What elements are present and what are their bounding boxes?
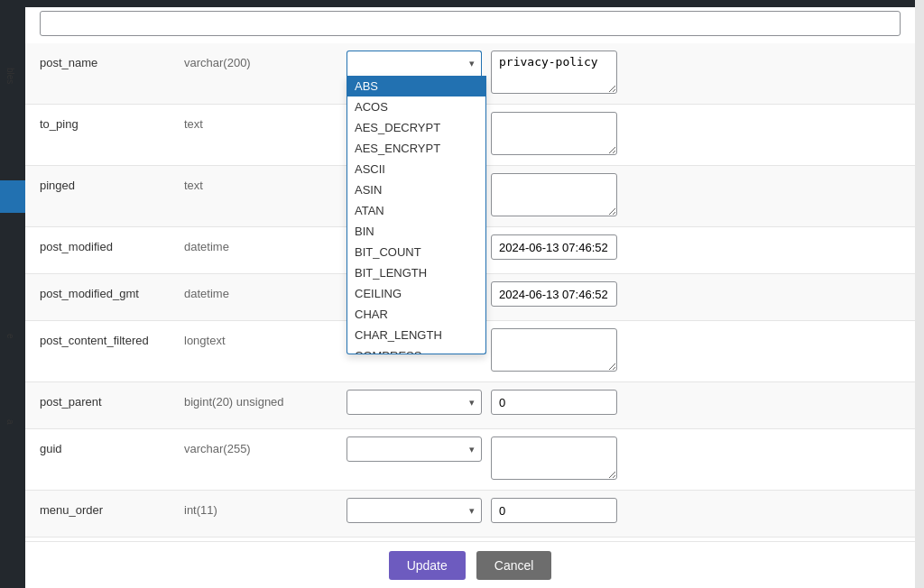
sidebar-label-e: e [5,334,15,339]
function-select-post-parent[interactable] [346,390,482,415]
col-name-post-parent: post_parent [40,390,184,409]
col-value-to-ping [491,112,901,158]
col-value-post-parent [491,390,901,415]
function-select-menu-order[interactable] [346,498,482,523]
dropdown-item-aes-decrypt[interactable]: AES_DECRYPT [347,117,485,138]
col-name-post-name: post_name [40,51,184,69]
value-input-to-ping[interactable] [491,112,617,155]
col-name-guid: guid [40,436,184,455]
col-type-post-parent: bigint(20) unsigned [184,390,346,409]
sidebar-strip [0,0,25,588]
dropdown-item-char[interactable]: CHAR [347,304,485,325]
dropdown-item-abs[interactable]: ABS [347,76,485,96]
col-type-post-content-filtered: longtext [184,328,346,347]
dropdown-item-acos[interactable]: ACOS [347,96,485,117]
col-name-to-ping: to_ping [40,112,184,131]
dropdown-item-ceiling[interactable]: CEILING [347,283,485,304]
dropdown-item-bin[interactable]: BIN [347,221,485,242]
dropdown-item-ascii[interactable]: ASCII [347,159,485,179]
col-name-post-content-filtered: post_content_filtered [40,328,184,347]
value-input-post-content-filtered[interactable] [491,328,617,372]
col-name-pinged: pinged [40,173,184,192]
right-strip [915,0,924,588]
col-name-post-modified-gmt: post_modified_gmt [40,281,184,300]
function-select-post-name[interactable] [346,51,482,76]
col-type-menu-order: int(11) [184,498,346,517]
col-name-menu-order: menu_order [40,498,184,517]
dropdown-item-asin[interactable]: ASIN [347,179,485,200]
value-input-post-modified-gmt[interactable] [491,281,617,307]
dropdown-item-char-length[interactable]: CHAR_LENGTH [347,325,485,345]
col-function-guid [346,436,491,462]
col-name-post-modified: post_modified [40,234,184,253]
dropdown-item-aes-encrypt[interactable]: AES_ENCRYPT [347,138,485,159]
value-input-post-name[interactable]: privacy-policy [491,51,617,94]
cancel-button[interactable]: Cancel [476,551,552,580]
col-type-post-modified-gmt: datetime [184,281,346,300]
function-select-wrapper-menu-order [346,498,482,523]
footer-buttons: Update Cancel [25,541,915,588]
main-content: post_name varchar(200) ABS ACOS AES_DECR… [25,0,915,588]
value-input-post-modified[interactable] [491,234,617,260]
value-input-menu-order[interactable] [491,498,617,523]
sidebar-label-a: a [5,419,15,425]
dropdown-item-bit-count[interactable]: BIT_COUNT [347,242,485,262]
top-input[interactable] [40,11,901,36]
col-value-post-modified-gmt [491,281,901,307]
value-input-guid[interactable] [491,436,617,480]
dropdown-item-atan[interactable]: ATAN [347,200,485,221]
function-select-wrapper-guid [346,436,482,462]
table-row-post-name: post_name varchar(200) ABS ACOS AES_DECR… [25,43,915,105]
page-wrapper: bles e a KB post_name varchar(200) [0,0,924,588]
function-dropdown-post-name: ABS ACOS AES_DECRYPT AES_ENCRYPT ASCII A… [346,76,486,354]
dropdown-item-bit-length[interactable]: BIT_LENGTH [347,262,485,283]
function-select-wrapper-post-parent [346,390,482,415]
col-value-guid [491,436,901,482]
content-scroll[interactable]: post_name varchar(200) ABS ACOS AES_DECR… [25,43,915,584]
col-function-post-parent [346,390,491,415]
col-value-post-modified [491,234,901,260]
col-value-post-content-filtered [491,328,901,374]
col-type-to-ping: text [184,112,346,131]
function-select-wrapper-post-name: ABS ACOS AES_DECRYPT AES_ENCRYPT ASCII A… [346,51,482,76]
sidebar-label-bles: bles [5,68,15,84]
table-row-post-parent: post_parent bigint(20) unsigned [25,382,915,429]
col-type-guid: varchar(255) [184,436,346,455]
dropdown-scroll[interactable]: ABS ACOS AES_DECRYPT AES_ENCRYPT ASCII A… [347,76,485,354]
col-type-post-name: varchar(200) [184,51,346,69]
col-function-post-name: ABS ACOS AES_DECRYPT AES_ENCRYPT ASCII A… [346,51,491,76]
dropdown-item-compress[interactable]: COMPRESS [347,345,485,354]
top-input-row [25,7,915,43]
function-select-guid[interactable] [346,436,482,462]
update-button[interactable]: Update [389,551,466,580]
table-row-menu-order: menu_order int(11) [25,491,915,537]
top-bar [25,0,915,7]
col-type-post-modified: datetime [184,234,346,253]
table-row-guid: guid varchar(255) [25,429,915,491]
col-value-post-name: privacy-policy [491,51,901,96]
col-value-pinged [491,173,901,219]
value-input-pinged[interactable] [491,173,617,216]
col-function-menu-order [346,498,491,523]
col-value-menu-order [491,498,901,523]
value-input-post-parent[interactable] [491,390,617,415]
col-type-pinged: text [184,173,346,192]
sidebar-active-tab[interactable] [0,180,25,213]
